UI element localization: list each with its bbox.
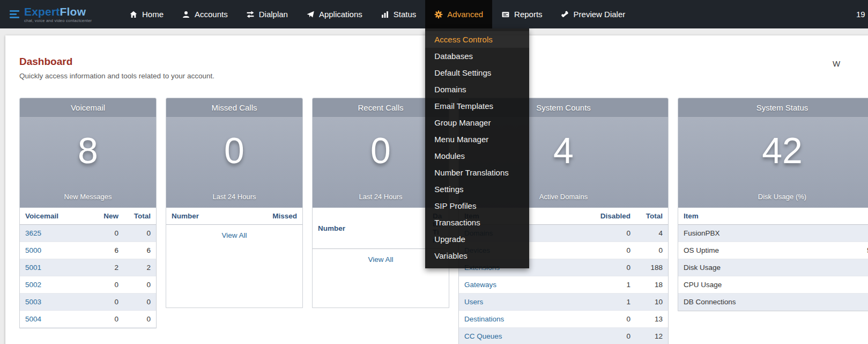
table-row: 3625 0 0: [20, 225, 156, 242]
recent-view-all-link[interactable]: View All: [368, 255, 393, 264]
voicemail-link[interactable]: 5000: [25, 246, 41, 254]
gear-icon: [434, 10, 443, 19]
voicemail-new: 0: [92, 276, 124, 294]
status-item-value: [862, 259, 868, 276]
counts-total: 12: [636, 328, 668, 344]
status-item: DB Connections: [678, 294, 862, 311]
counts-disabled: 1: [588, 294, 636, 311]
panel-voicemail-title: Voicemail: [20, 98, 156, 118]
brand-logo[interactable]: ExpertFlow chat, voice and video contact…: [0, 0, 120, 28]
voicemail-col-header: Total: [124, 208, 156, 225]
voicemail-link[interactable]: 5004: [25, 315, 41, 323]
menu-item-modules[interactable]: Modules: [425, 148, 529, 164]
voicemail-link[interactable]: 5003: [25, 298, 41, 306]
counts-item-link[interactable]: Gateways: [464, 281, 496, 289]
table-row: CPU Usage: [678, 276, 868, 294]
table-row: CC Queues 0 12: [459, 328, 668, 344]
status-item-value: 50: [862, 242, 868, 259]
missed-view-all-link[interactable]: View All: [221, 231, 247, 239]
status-col-header-value: [862, 208, 868, 225]
counts-disabled: 0: [588, 328, 636, 344]
voicemail-total: 0: [124, 311, 156, 328]
report-icon: [501, 10, 510, 19]
brand-name-primary: Expert: [24, 5, 60, 18]
voicemail-total: 2: [124, 259, 156, 276]
counts-col-header: Total: [636, 208, 668, 225]
menu-item-email-templates[interactable]: Email Templates: [425, 98, 529, 114]
counts-total: 13: [636, 311, 668, 328]
counts-col-header: Disabled: [588, 208, 636, 225]
voicemail-link[interactable]: 5002: [25, 281, 41, 289]
counts-disabled: 1: [588, 276, 636, 294]
panel-system-status-title: System Status: [678, 98, 868, 118]
voicemail-new: 0: [92, 225, 124, 242]
counts-total: 18: [636, 276, 668, 294]
missed-calls-count: 0: [166, 129, 302, 171]
main-menu: Home Accounts Dialplan Applications Stat…: [120, 0, 634, 28]
nav-preview-dialer-label: Preview Dialer: [574, 10, 626, 19]
system-status-caption: Disk Usage (%): [678, 193, 868, 201]
nav-home[interactable]: Home: [120, 0, 173, 28]
status-item: FusionPBX: [678, 225, 862, 242]
paper-plane-icon: [306, 10, 315, 19]
status-item: OS Uptime: [678, 242, 862, 259]
brand-icon: [10, 10, 19, 18]
nav-status[interactable]: Status: [372, 0, 426, 28]
menu-item-default-settings[interactable]: Default Settings: [425, 64, 529, 81]
table-row: View All: [166, 225, 302, 247]
counts-disabled: 0: [588, 225, 636, 242]
table-row: Destinations 0 13: [459, 311, 668, 328]
nav-applications-label: Applications: [319, 10, 362, 19]
status-item-value: [862, 225, 868, 242]
counts-total: 188: [636, 259, 668, 276]
menu-item-variables[interactable]: Variables: [425, 247, 529, 264]
table-row: Disk Usage: [678, 259, 868, 276]
menu-item-access-controls[interactable]: Access Controls: [425, 31, 529, 48]
menu-item-group-manager[interactable]: Group Manager: [425, 114, 529, 131]
menu-item-menu-manager[interactable]: Menu Manager: [425, 131, 529, 148]
table-row: 5001 2 2: [20, 259, 156, 276]
menu-item-databases[interactable]: Databases: [425, 48, 529, 64]
table-row: Gateways 1 18: [459, 276, 668, 294]
voicemail-link[interactable]: 3625: [25, 229, 41, 237]
advanced-dropdown-menu: Access Controls Databases Default Settin…: [425, 28, 529, 268]
nav-preview-dialer[interactable]: Preview Dialer: [552, 0, 635, 28]
nav-dialplan[interactable]: Dialplan: [237, 0, 297, 28]
system-status-table: Item FusionPBX OS Uptime 50 D: [678, 208, 868, 311]
nav-reports[interactable]: Reports: [492, 0, 552, 28]
panel-voicemail-hero: 8 New Messages: [20, 118, 156, 208]
status-col-header: Item: [678, 208, 862, 225]
panel-voicemail: Voicemail 8 New Messages Voicemail New T…: [19, 98, 157, 328]
table-row: 5002 0 0: [20, 276, 156, 294]
brand-text: ExpertFlow chat, voice and video contact…: [24, 6, 92, 23]
counts-item-link[interactable]: Destinations: [464, 315, 504, 323]
menu-item-settings[interactable]: Settings: [425, 181, 529, 197]
menu-item-number-translations[interactable]: Number Translations: [425, 164, 529, 181]
menu-item-domains[interactable]: Domains: [425, 81, 529, 98]
menu-item-sip-profiles[interactable]: SIP Profiles: [425, 197, 529, 214]
top-navigation: ExpertFlow chat, voice and video contact…: [0, 0, 868, 28]
menu-item-transactions[interactable]: Transactions: [425, 214, 529, 231]
voicemail-col-header: New: [92, 208, 124, 225]
missed-calls-caption: Last 24 Hours: [166, 193, 302, 201]
voicemail-table: Voicemail New Total 3625 0 0 5000 6: [20, 208, 156, 328]
table-row: 5000 6 6: [20, 242, 156, 259]
table-row: 5004 0 0: [20, 311, 156, 328]
table-row: OS Uptime 50: [678, 242, 868, 259]
menu-item-upgrade[interactable]: Upgrade: [425, 231, 529, 247]
nav-accounts[interactable]: Accounts: [173, 0, 237, 28]
voicemail-link[interactable]: 5001: [25, 264, 41, 272]
panel-missed-calls-hero: 0 Last 24 Hours: [166, 118, 302, 208]
counts-item-link[interactable]: Users: [464, 298, 483, 306]
voicemail-new: 6: [92, 242, 124, 259]
status-item-value: [862, 276, 868, 294]
nav-accounts-label: Accounts: [195, 10, 228, 19]
missed-col-header: Number: [166, 208, 267, 225]
missed-calls-table: Number Missed View All: [166, 208, 302, 308]
nav-applications[interactable]: Applications: [297, 0, 372, 28]
table-row: 5003 0 0: [20, 294, 156, 311]
counts-item-link[interactable]: CC Queues: [464, 332, 502, 340]
voicemail-col-header: Voicemail: [20, 208, 92, 225]
nav-advanced[interactable]: Advanced Access Controls Databases Defau…: [425, 0, 492, 28]
nav-status-label: Status: [394, 10, 417, 19]
